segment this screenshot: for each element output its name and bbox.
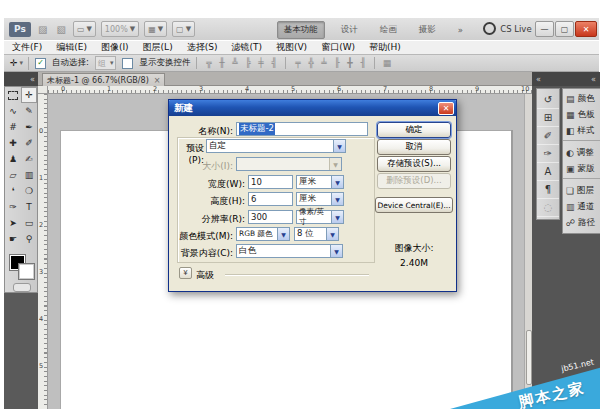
panel-button-颜色[interactable]: ▤颜色	[563, 91, 600, 107]
bridge-icon[interactable]: ▨	[36, 24, 49, 35]
panel-button-调整[interactable]: ◐调整	[563, 145, 600, 161]
align-right-edges-icon[interactable]: ╣	[268, 58, 279, 68]
distribute-left-edges-icon[interactable]: ╟	[331, 58, 342, 68]
quick-selection-tool[interactable]: ✎	[21, 103, 37, 119]
collapse-panels-icon[interactable]: «	[536, 75, 541, 84]
crop-tool[interactable]: #	[5, 119, 21, 135]
rectangular-marquee-tool[interactable]	[5, 87, 21, 103]
brush-presets-panel-icon[interactable]: ✑	[537, 145, 559, 163]
clone-source-panel-icon[interactable]: ⊞	[537, 109, 559, 127]
current-tool-button[interactable]: ✛▾	[10, 57, 29, 70]
panel-button-图层[interactable]: ❏图层	[563, 183, 600, 199]
tools-panel-header[interactable]: «	[4, 72, 38, 86]
menu-item[interactable]: 帮助(H)	[369, 41, 401, 54]
name-input[interactable]: 未标题-2	[236, 122, 368, 136]
dialog-close-button[interactable]: ✕	[438, 102, 454, 115]
dock-header[interactable]: « «	[532, 72, 600, 86]
advanced-expander-button[interactable]: ¥	[179, 267, 192, 279]
lasso-tool[interactable]: ∿	[5, 103, 21, 119]
history-brush-tool[interactable]: ✍	[21, 151, 37, 167]
height-unit-dropdown[interactable]: 厘米▼	[296, 192, 344, 206]
menu-item[interactable]: 图层(L)	[143, 41, 173, 54]
panel-button-样式[interactable]: ◧样式	[563, 123, 600, 139]
quick-mask-button[interactable]	[13, 283, 31, 292]
width-unit-dropdown[interactable]: 厘米▼	[296, 175, 344, 189]
blur-tool[interactable]: ❛	[5, 183, 21, 199]
resolution-unit-dropdown[interactable]: 像素/英寸▼	[296, 210, 344, 224]
brush-tool[interactable]: ✐	[21, 135, 37, 151]
panel-button-通道[interactable]: ▥通道	[563, 199, 600, 215]
align-horizontal-centers-icon[interactable]: ╪	[255, 58, 266, 68]
minimize-button[interactable]: —	[535, 21, 554, 37]
preset-dropdown[interactable]: 自定▼	[206, 139, 346, 153]
cancel-button[interactable]: 取消	[377, 139, 451, 155]
bit-depth-dropdown[interactable]: 8 位▼	[294, 227, 339, 241]
align-top-edges-icon[interactable]: ╦	[203, 58, 214, 68]
menu-item[interactable]: 编辑(E)	[56, 41, 87, 54]
align-left-edges-icon[interactable]: ╠	[242, 58, 253, 68]
screen-mode-button[interactable]: ▢▼	[172, 21, 195, 37]
character-panel-icon[interactable]: A	[537, 163, 559, 181]
distribute-bottom-edges-icon[interactable]: ╧	[318, 58, 329, 68]
auto-align-layers-button[interactable]: ▦	[381, 58, 392, 68]
collapse-panels-icon[interactable]: «	[591, 75, 596, 84]
path-selection-tool[interactable]: ➤	[5, 215, 21, 231]
color-mode-dropdown[interactable]: RGB 颜色▼	[236, 227, 290, 241]
move-tool[interactable]: ✛	[21, 87, 37, 103]
show-transform-checkbox[interactable]	[122, 58, 133, 69]
width-input[interactable]: 10	[248, 175, 293, 189]
workspace-button[interactable]: 基本功能	[277, 21, 325, 39]
close-button[interactable]: ✕	[575, 21, 597, 37]
auto-select-dropdown[interactable]: 组▾	[95, 56, 117, 70]
menu-item[interactable]: 滤镜(T)	[231, 41, 262, 54]
arrange-documents-button[interactable]: ▦▼	[144, 21, 167, 37]
distribute-vertical-centers-icon[interactable]: ╬	[305, 58, 316, 68]
distribute-right-edges-icon[interactable]: ╢	[357, 58, 368, 68]
brush-panel-icon[interactable]: ✐	[537, 127, 559, 145]
eraser-tool[interactable]: ▱	[5, 167, 21, 183]
pen-tool[interactable]: ✑	[5, 199, 21, 215]
dodge-tool[interactable]: ❍	[21, 183, 37, 199]
menu-item[interactable]: 选择(S)	[187, 41, 218, 54]
distribute-horizontal-centers-icon[interactable]: ╋	[344, 58, 355, 68]
auto-select-checkbox[interactable]: ✓	[35, 58, 46, 69]
panel-button-路径[interactable]: ☍路径	[563, 215, 600, 231]
workspace-button[interactable]: 绘画	[374, 22, 403, 38]
panel-button-色板[interactable]: ▦色板	[563, 107, 600, 123]
view-extras-button[interactable]: ▭▼	[73, 21, 96, 37]
ok-button[interactable]: 确定	[377, 122, 451, 138]
device-central-button[interactable]: Device Central(E)...	[375, 197, 453, 213]
zoom-tool[interactable]: ⚲	[21, 231, 37, 247]
panel-button-蒙版[interactable]: ▣蒙版	[563, 161, 600, 177]
mini-bridge-icon[interactable]: ▧	[54, 24, 67, 35]
tab-close-icon[interactable]: ×	[154, 76, 161, 85]
menu-item[interactable]: 文件(F)	[12, 41, 42, 54]
align-vertical-centers-icon[interactable]: ╫	[216, 58, 227, 68]
clone-stamp-tool[interactable]: ♟	[5, 151, 21, 167]
spot-healing-brush-tool[interactable]: ✚	[5, 135, 21, 151]
history-panel-icon[interactable]: ↺	[537, 91, 559, 109]
height-input[interactable]: 6	[248, 192, 293, 206]
dialog-title-bar[interactable]: 新建	[169, 100, 456, 116]
type-tool[interactable]: T	[21, 199, 37, 215]
align-bottom-edges-icon[interactable]: ╩	[229, 58, 240, 68]
menu-item[interactable]: 窗口(W)	[321, 41, 355, 54]
workspace-more-button[interactable]: »	[452, 23, 469, 37]
menu-item[interactable]: 视图(V)	[276, 41, 307, 54]
animation-panel-icon[interactable]: ◌	[537, 199, 559, 217]
cs-live-button[interactable]: CS Live ▼	[483, 22, 541, 35]
eyedropper-tool[interactable]: ✒	[21, 119, 37, 135]
paragraph-panel-icon[interactable]: ¶	[537, 181, 559, 199]
save-preset-button[interactable]: 存储预设(S)...	[377, 156, 451, 172]
hand-tool[interactable]: ☛	[5, 231, 21, 247]
background-contents-dropdown[interactable]: 白色▼	[236, 244, 343, 258]
shape-tool[interactable]: ▭	[21, 215, 37, 231]
resolution-input[interactable]: 300	[248, 210, 293, 224]
gradient-tool[interactable]: ▥	[21, 167, 37, 183]
menu-item[interactable]: 图像(I)	[101, 41, 129, 54]
workspace-button[interactable]: 设计	[335, 22, 364, 38]
zoom-level-button[interactable]: 100%▼	[101, 21, 139, 37]
background-color-swatch[interactable]	[19, 264, 34, 279]
vertical-scrollbar[interactable]	[524, 94, 532, 409]
workspace-button[interactable]: 摄影	[413, 22, 442, 38]
